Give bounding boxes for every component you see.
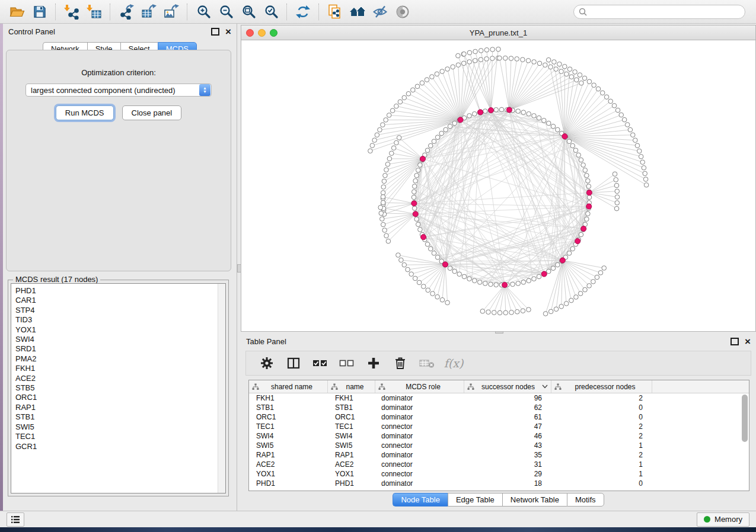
leaf-node[interactable] bbox=[396, 253, 401, 258]
leaf-node[interactable] bbox=[379, 217, 384, 222]
leaf-node[interactable] bbox=[480, 309, 485, 314]
close-panel-button[interactable]: Close panel bbox=[122, 105, 182, 120]
ring-node[interactable] bbox=[428, 143, 433, 148]
leaf-node[interactable] bbox=[537, 61, 542, 66]
ring-node[interactable] bbox=[489, 282, 493, 287]
table-row[interactable]: TEC1TEC1connector472 bbox=[249, 422, 749, 431]
leaf-node[interactable] bbox=[399, 258, 404, 262]
ring-node[interactable] bbox=[537, 274, 541, 279]
ring-node[interactable] bbox=[444, 127, 448, 132]
leaf-node[interactable] bbox=[497, 310, 502, 315]
table-row[interactable]: SWI4SWI4dominator462 bbox=[249, 431, 749, 441]
ring-node[interactable] bbox=[499, 107, 504, 112]
leaf-node[interactable] bbox=[557, 62, 562, 66]
column-header-successor-nodes[interactable]: successor nodes bbox=[464, 380, 551, 393]
ring-node[interactable] bbox=[412, 184, 417, 189]
leaf-node[interactable] bbox=[633, 138, 637, 143]
mcds-result-item[interactable]: FKH1 bbox=[15, 364, 225, 373]
column-header-shared-name[interactable]: shared name bbox=[249, 380, 328, 393]
table-scrollbar[interactable] bbox=[742, 395, 748, 488]
zoom-selected-button[interactable] bbox=[260, 2, 282, 22]
leaf-node[interactable] bbox=[417, 280, 422, 285]
table-settings-button[interactable] bbox=[259, 355, 275, 371]
leaf-node[interactable] bbox=[479, 57, 483, 62]
leaf-node[interactable] bbox=[440, 69, 445, 74]
ring-node[interactable] bbox=[586, 211, 591, 216]
ring-node[interactable] bbox=[527, 111, 531, 116]
ring-node[interactable] bbox=[414, 217, 419, 222]
mcds-result-item[interactable]: STP4 bbox=[15, 306, 225, 315]
leaf-node[interactable] bbox=[587, 79, 592, 84]
leaf-node[interactable] bbox=[592, 83, 596, 88]
close-window-icon[interactable] bbox=[246, 29, 254, 37]
leaf-node[interactable] bbox=[573, 70, 578, 75]
ring-node[interactable] bbox=[532, 114, 537, 118]
leaf-node[interactable] bbox=[569, 298, 574, 303]
leaf-node[interactable] bbox=[515, 309, 519, 314]
mcds-hub-node[interactable] bbox=[560, 258, 565, 263]
leaf-node[interactable] bbox=[532, 60, 537, 65]
ring-node[interactable] bbox=[412, 195, 416, 200]
table-row[interactable]: ORC1ORC1dominator610 bbox=[249, 412, 749, 422]
leaf-node[interactable] bbox=[456, 63, 461, 68]
leaf-node[interactable] bbox=[613, 172, 617, 177]
leaf-node[interactable] bbox=[473, 59, 477, 63]
leaf-node[interactable] bbox=[386, 239, 391, 243]
leaf-node[interactable] bbox=[387, 113, 391, 118]
leaf-node[interactable] bbox=[381, 191, 385, 196]
leaf-node[interactable] bbox=[394, 104, 399, 108]
leaf-node[interactable] bbox=[543, 312, 548, 316]
mcds-hub-node[interactable] bbox=[586, 190, 592, 196]
mcds-hub-node[interactable] bbox=[502, 282, 508, 287]
leaf-node[interactable] bbox=[382, 228, 387, 233]
ring-node[interactable] bbox=[448, 124, 452, 129]
leaf-node[interactable] bbox=[381, 123, 385, 127]
mcds-result-item[interactable]: YOX1 bbox=[15, 325, 225, 335]
leaf-node[interactable] bbox=[628, 127, 633, 132]
mcds-result-item[interactable]: PMA2 bbox=[15, 354, 225, 364]
leaf-node[interactable] bbox=[430, 75, 435, 79]
ring-node[interactable] bbox=[586, 178, 591, 183]
close-panel-icon[interactable]: × bbox=[225, 27, 231, 37]
leaf-node[interactable] bbox=[379, 211, 384, 216]
leaf-node[interactable] bbox=[375, 133, 379, 137]
mcds-hub-node[interactable] bbox=[541, 271, 547, 277]
ring-node[interactable] bbox=[586, 184, 591, 189]
mcds-result-item[interactable]: SRD1 bbox=[15, 344, 225, 354]
leaf-node[interactable] bbox=[461, 61, 466, 66]
ring-node[interactable] bbox=[418, 227, 423, 232]
mcds-result-item[interactable]: TID3 bbox=[15, 315, 225, 325]
ring-node[interactable] bbox=[439, 131, 444, 136]
leaf-node[interactable] bbox=[635, 143, 640, 148]
leaf-node[interactable] bbox=[384, 168, 389, 172]
leaf-node[interactable] bbox=[383, 173, 388, 178]
leaf-node[interactable] bbox=[615, 201, 620, 206]
leaf-node[interactable] bbox=[425, 78, 429, 82]
leaf-node[interactable] bbox=[602, 266, 607, 271]
leaf-node[interactable] bbox=[385, 162, 390, 166]
ring-node[interactable] bbox=[581, 163, 586, 168]
leaf-node[interactable] bbox=[639, 154, 643, 159]
deselect-all-columns-button[interactable] bbox=[339, 355, 355, 371]
table-row[interactable]: ACE2ACE2connector311 bbox=[249, 460, 749, 469]
leaf-node[interactable] bbox=[564, 302, 569, 306]
ring-node[interactable] bbox=[428, 246, 433, 251]
mcds-result-item[interactable]: SWI4 bbox=[15, 335, 225, 344]
ring-node[interactable] bbox=[483, 281, 487, 286]
leaf-node[interactable] bbox=[587, 284, 592, 289]
leaf-node[interactable] bbox=[492, 310, 496, 315]
tab-motifs[interactable]: Motifs bbox=[567, 493, 604, 507]
mcds-result-item[interactable]: ORC1 bbox=[15, 393, 225, 402]
ring-node[interactable] bbox=[412, 206, 417, 211]
export-table-button[interactable] bbox=[138, 2, 160, 22]
leaf-node[interactable] bbox=[420, 81, 425, 85]
ring-node[interactable] bbox=[585, 217, 589, 222]
ring-node[interactable] bbox=[516, 281, 521, 286]
leaf-node[interactable] bbox=[462, 52, 467, 56]
leaf-node[interactable] bbox=[612, 104, 617, 108]
ring-node[interactable] bbox=[467, 277, 472, 281]
network-canvas[interactable] bbox=[241, 40, 755, 331]
leaf-node[interactable] bbox=[456, 53, 461, 58]
leaf-node[interactable] bbox=[467, 60, 472, 65]
leaf-node[interactable] bbox=[384, 118, 388, 123]
